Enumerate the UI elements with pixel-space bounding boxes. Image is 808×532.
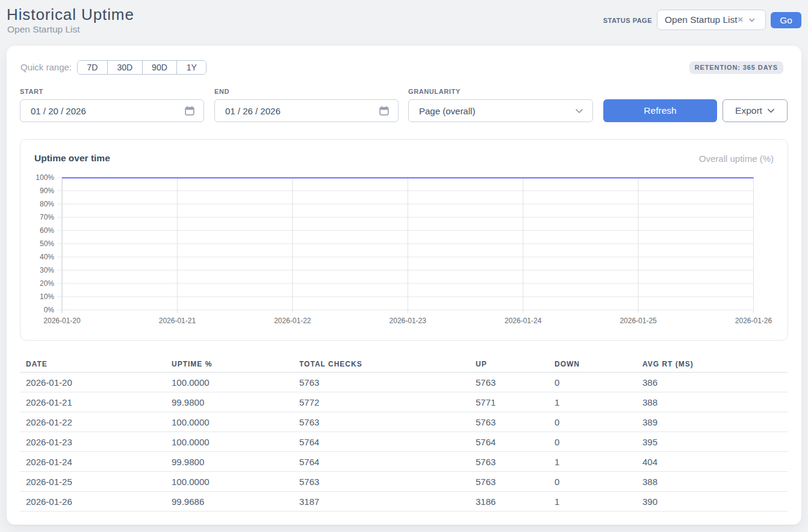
svg-text:20%: 20% — [40, 279, 54, 288]
svg-text:2026-01-20: 2026-01-20 — [43, 317, 81, 325]
svg-text:2026-01-23: 2026-01-23 — [390, 317, 427, 325]
svg-text:70%: 70% — [40, 213, 54, 221]
svg-text:60%: 60% — [40, 226, 54, 235]
svg-text:10%: 10% — [40, 292, 54, 301]
svg-text:50%: 50% — [40, 240, 54, 248]
svg-text:30%: 30% — [40, 266, 54, 274]
svg-text:2026-01-26: 2026-01-26 — [735, 317, 772, 325]
svg-text:90%: 90% — [40, 187, 54, 195]
svg-text:2026-01-21: 2026-01-21 — [159, 317, 196, 325]
svg-text:80%: 80% — [40, 200, 54, 208]
svg-text:2026-01-24: 2026-01-24 — [505, 317, 542, 325]
svg-text:2026-01-22: 2026-01-22 — [274, 317, 311, 325]
svg-text:0%: 0% — [44, 306, 55, 314]
svg-text:100%: 100% — [36, 173, 54, 182]
svg-text:2026-01-25: 2026-01-25 — [620, 317, 657, 325]
svg-text:40%: 40% — [40, 253, 54, 261]
